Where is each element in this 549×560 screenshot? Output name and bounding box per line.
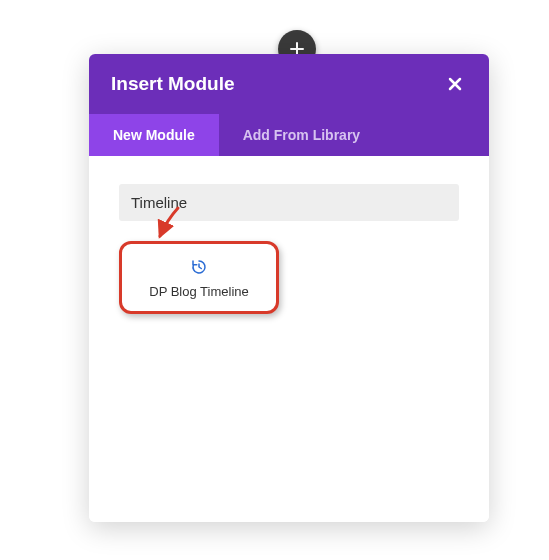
modal-tabs: New Module Add From Library <box>89 114 489 156</box>
search-input[interactable] <box>119 184 459 221</box>
module-label: DP Blog Timeline <box>132 284 266 299</box>
close-icon <box>447 76 463 92</box>
close-button[interactable] <box>443 72 467 96</box>
module-card-dp-blog-timeline[interactable]: DP Blog Timeline <box>119 241 279 314</box>
history-icon <box>132 258 266 276</box>
modal-title: Insert Module <box>111 73 235 95</box>
modal-header: Insert Module <box>89 54 489 114</box>
tab-new-module[interactable]: New Module <box>89 114 219 156</box>
insert-module-modal: Insert Module New Module Add From Librar… <box>89 54 489 522</box>
tab-add-from-library[interactable]: Add From Library <box>219 114 384 156</box>
modal-body: DP Blog Timeline <box>89 156 489 522</box>
